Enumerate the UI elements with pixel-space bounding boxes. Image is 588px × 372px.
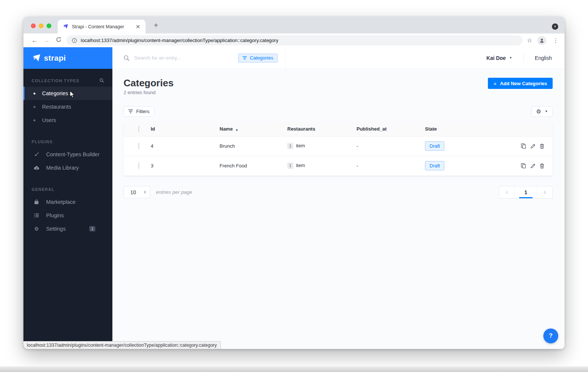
strapi-logo[interactable]: strapi (23, 47, 112, 69)
language-selector[interactable]: English (535, 55, 552, 61)
tab-search-button[interactable]: ▼ (552, 23, 558, 30)
back-icon[interactable]: ← (29, 37, 41, 44)
row-checkbox[interactable] (138, 143, 139, 149)
close-window-button[interactable] (31, 23, 36, 28)
header-divider (523, 54, 524, 62)
sidebar-item-plugins[interactable]: Plugins (23, 209, 112, 222)
status-bar-url: localhost:1337/admin/plugins/content-man… (23, 341, 221, 349)
browser-window: Strapi - Content Manager ✕ + ▼ ← → local… (23, 17, 565, 349)
sidebar-item-label: Marketplace (46, 199, 76, 205)
sidebar-item-settings[interactable]: ⚙ Settings 1 (23, 222, 112, 235)
user-name: Kai Doe (486, 55, 506, 61)
table-settings-button[interactable]: ⚙ ▼ (531, 106, 553, 117)
collection-types-heading: COLLECTION TYPES (32, 78, 79, 83)
general-section: GENERAL Marketplace Plugins ⚙ Settin (23, 187, 112, 235)
cloud-upload-icon (33, 165, 39, 171)
zoom-window-button[interactable] (47, 23, 51, 28)
pagination-bar: 10 ▲▼ entries per page ‹ 1 › (124, 186, 553, 199)
info-icon[interactable] (72, 38, 77, 43)
current-page[interactable]: 1 (514, 186, 537, 198)
search-input[interactable] (134, 55, 238, 61)
reload-icon[interactable] (52, 37, 64, 44)
sort-asc-icon: ▲ (235, 128, 238, 131)
duplicate-icon[interactable] (521, 143, 526, 149)
add-new-categories-button[interactable]: + Add New Categories (488, 78, 553, 89)
profile-avatar[interactable] (537, 36, 546, 45)
table-row[interactable]: 4 Brunch 1item - Draft (124, 136, 553, 156)
sidebar-search-icon[interactable] (99, 78, 104, 83)
column-header-restaurants[interactable]: Restaurants (287, 126, 357, 132)
help-button[interactable]: ? (543, 328, 558, 343)
cell-name: Brunch (220, 143, 287, 149)
toolbar-actions: ☆ ⋮ (527, 36, 560, 45)
row-checkbox[interactable] (138, 163, 139, 169)
gear-icon: ⚙ (33, 226, 39, 231)
entry-search[interactable]: Categories (112, 47, 285, 68)
stepper-icon: ▲▼ (144, 190, 146, 194)
column-header-published-at[interactable]: Published_at (357, 126, 425, 132)
page-size-select[interactable]: 10 ▲▼ (124, 186, 150, 198)
url-text: localhost:1337/admin/plugins/content-man… (81, 38, 278, 43)
sidebar-item-content-types-builder[interactable]: Content-Types Builder (23, 148, 112, 161)
url-bar[interactable]: localhost:1337/admin/plugins/content-man… (67, 35, 523, 45)
brush-icon (33, 152, 39, 157)
gear-icon: ⚙ (536, 109, 541, 114)
bullet-icon (33, 106, 35, 108)
row-actions (521, 163, 544, 169)
forward-icon[interactable]: → (41, 37, 52, 44)
person-icon (539, 38, 544, 43)
select-all-checkbox[interactable] (138, 126, 139, 132)
previous-page-button[interactable]: ‹ (499, 186, 514, 198)
pager: ‹ 1 › (499, 186, 553, 199)
general-heading: GENERAL (32, 187, 54, 192)
sidebar-item-restaurants[interactable]: Restaurants (23, 100, 112, 113)
sidebar-item-label: Plugins (46, 212, 64, 218)
sidebar-item-marketplace[interactable]: Marketplace (23, 195, 112, 209)
sidebar-item-media-library[interactable]: Media Library (23, 161, 112, 174)
strapi-app: strapi COLLECTION TYPES Categories Resta… (23, 47, 565, 349)
bullet-icon (33, 93, 35, 94)
collection-filter-chip[interactable]: Categories (238, 54, 278, 62)
row-actions (521, 143, 544, 149)
filters-button[interactable]: Filters (124, 106, 154, 117)
strapi-logo-text: strapi (44, 54, 66, 62)
chevron-down-icon: ▼ (509, 56, 512, 60)
cell-id: 3 (151, 163, 220, 169)
column-header-name[interactable]: Name▲ (220, 126, 287, 132)
sidebar-item-label: Restaurants (42, 104, 71, 110)
sidebar-item-users[interactable]: Users (23, 113, 112, 127)
sidebar-item-categories[interactable]: Categories (23, 87, 112, 100)
bullet-icon (33, 119, 35, 121)
plugins-section: PLUGINS Content-Types Builder Media Libr… (23, 140, 112, 174)
tab-close-icon[interactable]: ✕ (134, 23, 142, 30)
browser-tab[interactable]: Strapi - Content Manager ✕ (58, 20, 146, 33)
bookmark-star-icon[interactable]: ☆ (527, 37, 532, 44)
table-header-row: Id Name▲ Restaurants Published_at State (124, 122, 553, 136)
app-header: Categories Kai Doe ▼ English (112, 47, 565, 69)
browser-menu-icon[interactable]: ⋮ (552, 37, 560, 44)
delete-icon[interactable] (540, 163, 544, 169)
edit-icon[interactable] (530, 144, 536, 149)
column-header-state[interactable]: State (425, 126, 553, 132)
cell-name: French Food (220, 163, 287, 169)
filters-label: Filters (136, 109, 149, 114)
browser-toolbar: ← → localhost:1337/admin/plugins/content… (23, 33, 565, 47)
desktop-edge (0, 366, 588, 372)
delete-icon[interactable] (540, 144, 544, 149)
strapi-logo-icon (32, 54, 41, 62)
edit-icon[interactable] (530, 163, 536, 169)
main-area: Categories Kai Doe ▼ English Categories … (112, 47, 565, 349)
list-icon (33, 213, 39, 218)
page-size-value: 10 (130, 189, 136, 195)
chevron-down-icon: ▼ (545, 110, 548, 113)
new-tab-button[interactable]: + (151, 22, 161, 29)
filter-icon (128, 109, 133, 113)
column-header-id[interactable]: Id (151, 126, 220, 132)
table-row[interactable]: 3 French Food 1item - Draft (124, 156, 553, 176)
minimize-window-button[interactable] (39, 23, 44, 28)
user-menu[interactable]: Kai Doe ▼ (486, 55, 512, 61)
next-page-button[interactable]: › (537, 186, 552, 198)
settings-badge: 1 (89, 226, 95, 232)
add-button-label: Add New Categories (500, 81, 547, 86)
duplicate-icon[interactable] (521, 163, 526, 169)
